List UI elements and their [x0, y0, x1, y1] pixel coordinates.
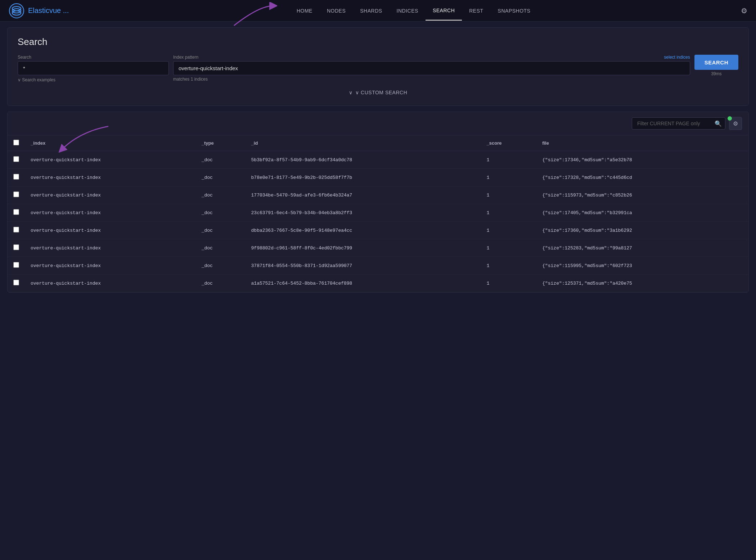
search-input-group: Search ∨ Search examples: [18, 55, 169, 82]
cell-index: overture-quickstart-index: [25, 151, 196, 169]
th-file: file: [536, 135, 748, 151]
cell-id: 23c63791-6ec4-5b79-b34b-04eb3a8b2ff3: [246, 204, 481, 222]
cell-type: _doc: [196, 257, 246, 275]
cell-file: {"size":115973,"md5sum":"c852b26: [536, 186, 748, 204]
cell-id: 37871f84-0554-550b-8371-1d92aa599077: [246, 257, 481, 275]
cell-type: _doc: [196, 151, 246, 169]
cell-id: dbba2363-7667-5c8e-90f5-9148e97ea4cc: [246, 222, 481, 239]
th-index: _index: [25, 135, 196, 151]
table-row[interactable]: overture-quickstart-index _doc 9f98802d-…: [8, 239, 748, 257]
select-all-checkbox[interactable]: [13, 140, 19, 145]
search-button-group: SEARCH 39ms: [694, 55, 738, 76]
cell-index: overture-quickstart-index: [25, 239, 196, 257]
filter-input[interactable]: [632, 117, 725, 130]
row-checkbox-cell: [8, 169, 25, 186]
cell-id: 5b3bf92a-8f57-54b9-9ab9-6dcf34a0dc78: [246, 151, 481, 169]
row-checkbox-5[interactable]: [13, 244, 19, 250]
nav-snapshots[interactable]: SNAPSHOTS: [491, 1, 538, 20]
cell-type: _doc: [196, 169, 246, 186]
cell-score: 1: [481, 239, 537, 257]
cell-type: _doc: [196, 222, 246, 239]
search-button[interactable]: SEARCH: [694, 55, 738, 70]
table-row[interactable]: overture-quickstart-index _doc 177034be-…: [8, 186, 748, 204]
table-row[interactable]: overture-quickstart-index _doc b78e0e71-…: [8, 169, 748, 186]
search-row: Search ∨ Search examples Index pattern s…: [18, 55, 738, 82]
cell-file: {"size":125371,"md5sum":"a420e75: [536, 275, 748, 292]
cell-id: b78e0e71-8177-5e49-9b2b-025dd58f7f7b: [246, 169, 481, 186]
row-checkbox-3[interactable]: [13, 209, 19, 215]
cell-type: _doc: [196, 204, 246, 222]
table-row[interactable]: overture-quickstart-index _doc 23c63791-…: [8, 204, 748, 222]
table-row[interactable]: overture-quickstart-index _doc a1a57521-…: [8, 275, 748, 292]
results-table: _index _type _id _score file overture-qu…: [8, 135, 748, 292]
cell-index: overture-quickstart-index: [25, 257, 196, 275]
cell-index: overture-quickstart-index: [25, 275, 196, 292]
row-checkbox-cell: [8, 186, 25, 204]
cell-score: 1: [481, 186, 537, 204]
logo[interactable]: Elasticvue ...: [9, 3, 69, 19]
search-time: 39ms: [711, 71, 721, 76]
status-dot: [728, 116, 732, 121]
nav-rest[interactable]: REST: [462, 1, 490, 20]
nav-search[interactable]: SEARCH: [426, 1, 462, 21]
cell-score: 1: [481, 151, 537, 169]
cell-type: _doc: [196, 275, 246, 292]
row-checkbox-6[interactable]: [13, 262, 19, 268]
filter-input-group: 🔍: [632, 117, 725, 130]
cell-index: overture-quickstart-index: [25, 169, 196, 186]
cell-type: _doc: [196, 186, 246, 204]
page-title: Search: [18, 36, 738, 48]
row-checkbox-cell: [8, 239, 25, 257]
th-type: _type: [196, 135, 246, 151]
nav-shards[interactable]: SHARDS: [353, 1, 389, 20]
nav-home[interactable]: HOME: [289, 1, 320, 20]
navbar: Elasticvue ... HOME NODES SHARDS INDICES…: [0, 0, 756, 22]
index-input-header: Index pattern select indices: [173, 55, 690, 60]
th-select-all[interactable]: [8, 135, 25, 151]
row-checkbox-cell: [8, 275, 25, 292]
row-checkbox-0[interactable]: [13, 156, 19, 162]
th-score: _score: [481, 135, 537, 151]
results-toolbar: 🔍 ⚙: [8, 112, 748, 135]
cell-index: overture-quickstart-index: [25, 204, 196, 222]
row-checkbox-4[interactable]: [13, 227, 19, 232]
table-body: overture-quickstart-index _doc 5b3bf92a-…: [8, 151, 748, 292]
index-pattern-label: Index pattern: [173, 55, 198, 60]
row-checkbox-2[interactable]: [13, 191, 19, 197]
main-content: Search Search ∨ Search examples Index pa…: [0, 22, 756, 298]
custom-search-label: ∨ CUSTOM SEARCH: [355, 90, 407, 95]
results-panel: 🔍 ⚙ _index: [7, 112, 749, 293]
nav-indices[interactable]: INDICES: [390, 1, 426, 20]
index-pattern-input[interactable]: [173, 61, 690, 75]
nav-links: HOME NODES SHARDS INDICES SEARCH REST SN…: [86, 1, 741, 21]
row-checkbox-1[interactable]: [13, 174, 19, 180]
app-title: Elasticvue ...: [28, 6, 69, 15]
row-checkbox-cell: [8, 151, 25, 169]
cell-index: overture-quickstart-index: [25, 222, 196, 239]
search-label: Search: [18, 55, 169, 60]
search-input[interactable]: [18, 61, 169, 75]
row-checkbox-cell: [8, 222, 25, 239]
row-checkbox-7[interactable]: [13, 280, 19, 285]
nav-nodes[interactable]: NODES: [320, 1, 353, 20]
cell-type: _doc: [196, 239, 246, 257]
search-panel: Search Search ∨ Search examples Index pa…: [7, 27, 749, 106]
cell-score: 1: [481, 275, 537, 292]
filter-search-icon: 🔍: [715, 120, 722, 127]
table-row[interactable]: overture-quickstart-index _doc dbba2363-…: [8, 222, 748, 239]
settings-gear-icon[interactable]: ⚙: [741, 6, 747, 15]
cell-file: {"size":125283,"md5sum":"99a8127: [536, 239, 748, 257]
table-header: _index _type _id _score file: [8, 135, 748, 151]
search-examples-toggle[interactable]: ∨ Search examples: [18, 77, 169, 82]
cell-id: a1a57521-7c64-5452-8bba-761704cef898: [246, 275, 481, 292]
row-checkbox-cell: [8, 204, 25, 222]
cell-file: {"size":115995,"md5sum":"602f723: [536, 257, 748, 275]
cell-score: 1: [481, 169, 537, 186]
table-row[interactable]: overture-quickstart-index _doc 5b3bf92a-…: [8, 151, 748, 169]
table-row[interactable]: overture-quickstart-index _doc 37871f84-…: [8, 257, 748, 275]
custom-search-toggle[interactable]: ∨ ∨ CUSTOM SEARCH: [18, 90, 738, 95]
cell-id: 9f98802d-c961-58ff-8f0c-4ed02fbbc799: [246, 239, 481, 257]
cell-file: {"size":17360,"md5sum":"3a1b6292: [536, 222, 748, 239]
th-id: _id: [246, 135, 481, 151]
select-indices-link[interactable]: select indices: [664, 55, 690, 60]
